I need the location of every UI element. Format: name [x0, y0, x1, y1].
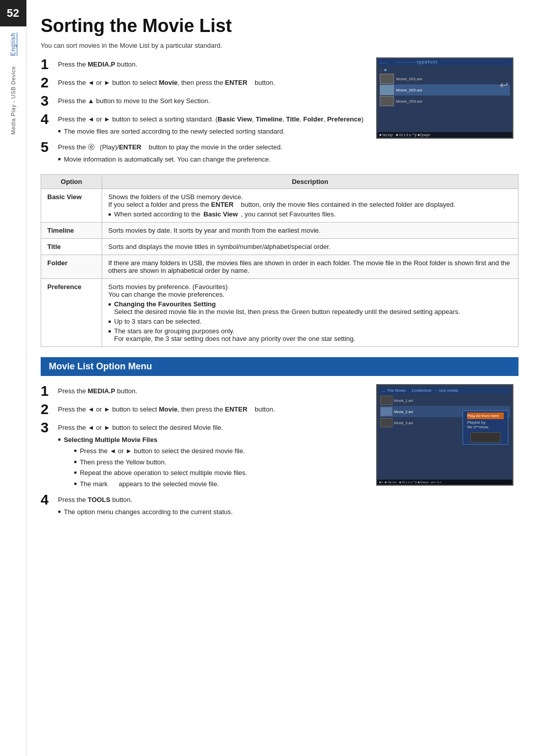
image-area-bottom: .... The Movie 1/videofont → root media …: [376, 384, 518, 521]
s2-step4-bullet: The option menu changes according to the…: [58, 507, 366, 517]
s2-step-number-2: 2: [41, 402, 53, 417]
desc-folder: If there are many folders in USB, the mo…: [102, 255, 518, 279]
desc-title: Sorts and displays the movie titles in s…: [102, 239, 518, 255]
screen-mockup-bottom: .... The Movie 1/videofont → root media …: [376, 384, 513, 486]
image-area-top: .... ············typefont ... ■ Movie_00…: [376, 57, 518, 168]
section2-title: Movie List Option Menu: [49, 361, 152, 371]
table-header-description: Description: [102, 175, 518, 189]
page-title: Sorting the Movie List: [41, 15, 518, 37]
step4-bullet: The movie files are sorted according to …: [58, 127, 366, 137]
step5-bullet: Movie information is automatically set. …: [58, 154, 366, 165]
sub-bullet-3: Repeat the above operation to select mul…: [74, 468, 247, 478]
step-5: 5 Press the ⓔ (Play)/ENTER button to pla…: [41, 140, 366, 164]
pref-bullet-2: Up to 3 stars can be selected.: [108, 318, 512, 325]
table-row-folder: Folder If there are many folders in USB,…: [41, 255, 518, 279]
section2-content: 1 Press the MEDIA.P button. 2 Press the …: [41, 384, 518, 521]
sidebar-section: Media Play - USB Device: [10, 66, 16, 135]
s2-step-content-4: Press the TOOLS button. The option menu …: [58, 493, 366, 517]
sub-bullet-2: Then press the Yellow button.: [74, 457, 247, 467]
step-3: 3 Press the ▲ button to move to the Sort…: [41, 94, 366, 108]
pref-bullet-3: The stars are for grouping purposes only…: [108, 327, 512, 342]
step-2: 2 Press the ◄ or ► button to select Movi…: [41, 76, 366, 90]
section2-step-4: 4 Press the TOOLS button. The option men…: [41, 493, 366, 517]
step-content-4: Press the ◄ or ► button to select a sort…: [58, 112, 366, 136]
step-number-3: 3: [41, 94, 53, 108]
step-1: 1 Press the MEDIA.P button.: [41, 57, 366, 72]
step-content-2: Press the ◄ or ► button to select Movie,…: [58, 76, 366, 88]
option-title: Title: [41, 239, 102, 255]
intro-text: You can sort movies in the Movie List by…: [41, 42, 518, 49]
section2-steps: 1 Press the MEDIA.P button. 2 Press the …: [41, 384, 366, 521]
page-number: 52: [0, 0, 26, 26]
screen-mockup-top: .... ············typefont ... ■ Movie_00…: [376, 57, 513, 139]
sidebar: 52 English Media Play - USB Device: [0, 0, 26, 756]
sub-bullet-1: Press the ◄ or ► button to select the de…: [74, 446, 247, 456]
section2-step-3: 3 Press the ◄ or ► button to select the …: [41, 421, 366, 489]
section2-header: Movie List Option Menu: [41, 357, 518, 376]
sub-bullet-4: The mark appears to the selected movie f…: [74, 479, 247, 489]
options-table: Option Description Basic View Shows the …: [41, 174, 518, 347]
table-header-option: Option: [41, 175, 102, 189]
step-4: 4 Press the ◄ or ► button to select a so…: [41, 112, 366, 136]
step-content-1: Press the MEDIA.P button.: [58, 57, 366, 70]
s2-step-content-1: Press the MEDIA.P button.: [58, 384, 366, 396]
option-timeline: Timeline: [41, 223, 102, 239]
option-preference: Preference: [41, 279, 102, 347]
sort-section: 1 Press the MEDIA.P button. 2 Press the …: [41, 57, 518, 168]
s2-step3-bullet: Selecting Multiple Movie Files Press the…: [58, 435, 366, 489]
option-basic-view: Basic View: [41, 189, 102, 223]
step-number-5: 5: [41, 140, 53, 154]
screen2-bottom-bar: ■'x ■ Op tno ■ Gl z it s-""p ■7pwpn :zz=…: [377, 480, 512, 485]
sidebar-language: English: [10, 33, 17, 56]
desc-basic-view: Shows the folders of the USB memory devi…: [102, 189, 518, 223]
step-content-5: Press the ⓔ (Play)/ENTER button to play …: [58, 140, 366, 164]
section2-step-2: 2 Press the ◄ or ► button to select Movi…: [41, 402, 366, 417]
step-content-3: Press the ▲ button to move to the Sort k…: [58, 94, 366, 106]
main-content: Sorting the Movie List You can sort movi…: [30, 0, 539, 541]
s2-step-content-3: Press the ◄ or ► button to select the de…: [58, 421, 366, 489]
screen2-header-bar: .... The Movie 1/videofont → root media: [379, 387, 510, 394]
screen-bottom-bar: ■ No.top ■ Gl z it s-""p ■7pwpn: [377, 132, 512, 138]
menu-item-play: Play All from here: [467, 413, 504, 419]
section2-step-1: 1 Press the MEDIA.P button.: [41, 384, 366, 398]
basic-view-bullet: When sorted according to the Basic View,…: [108, 210, 512, 218]
step-number-2: 2: [41, 76, 53, 90]
table-row-timeline: Timeline Sorts movies by date. It sorts …: [41, 223, 518, 239]
s2-step-content-2: Press the ◄ or ► button to select Movie,…: [58, 402, 366, 415]
desc-timeline: Sorts movies by date. It sorts by year a…: [102, 223, 518, 239]
menu-item-playlist: Playlist byfile d**show: [467, 419, 504, 430]
steps-area: 1 Press the MEDIA.P button. 2 Press the …: [41, 57, 366, 168]
screen2-option-menu: Play All from here Playlist byfile d**sh…: [463, 411, 508, 445]
table-row-basic-view: Basic View Shows the folders of the USB …: [41, 189, 518, 223]
step-number-1: 1: [41, 57, 53, 72]
sub-bullets: Press the ◄ or ► button to select the de…: [74, 446, 247, 489]
desc-preference: Sorts movies by preference. (Favourites)…: [102, 279, 518, 347]
pref-bullet-1: Changing the Favourites Setting Select t…: [108, 300, 512, 316]
s2-step-number-1: 1: [41, 384, 53, 398]
table-row-title: Title Sorts and displays the movie title…: [41, 239, 518, 255]
s2-step-number-4: 4: [41, 493, 53, 507]
s2-step-number-3: 3: [41, 421, 53, 435]
option-folder: Folder: [41, 255, 102, 279]
step-number-4: 4: [41, 112, 53, 127]
table-row-preference: Preference Sorts movies by preference. (…: [41, 279, 518, 347]
